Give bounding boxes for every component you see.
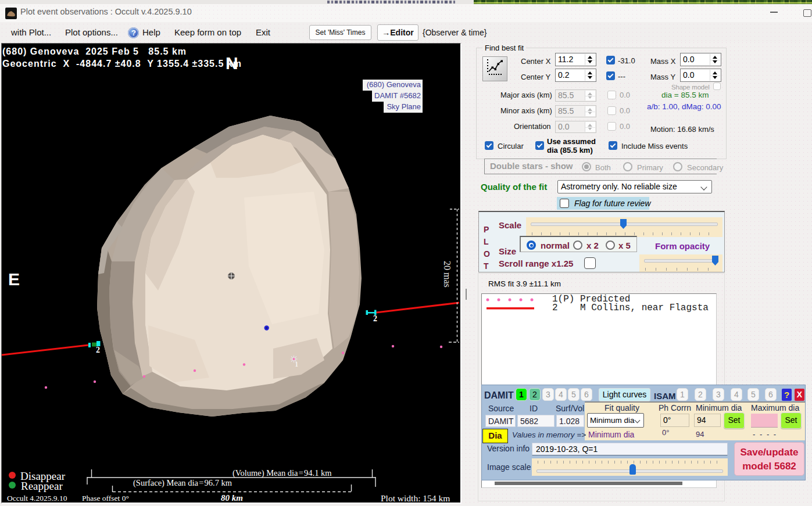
svg-text:2: 2 [96,346,100,354]
svg-text:2: 2 [373,314,377,323]
